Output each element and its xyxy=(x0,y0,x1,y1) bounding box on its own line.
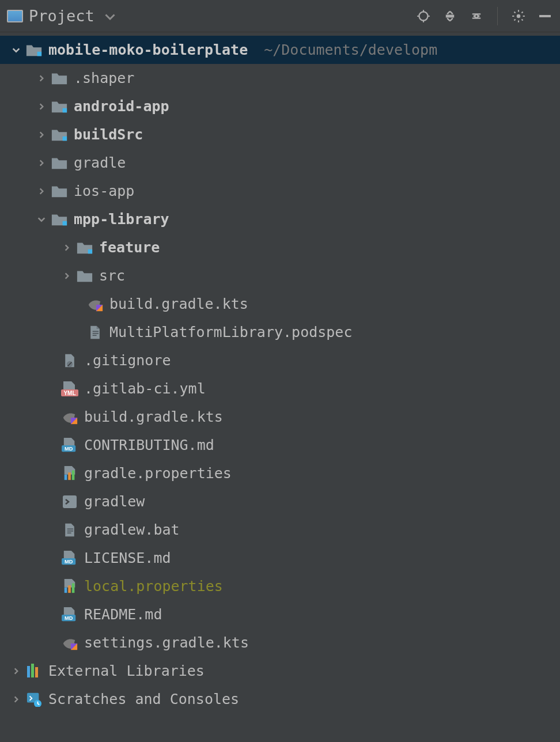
tree-item-build-gradle-kts-inner[interactable]: build.gradle.kts xyxy=(0,290,560,318)
chevron-right-icon[interactable] xyxy=(36,187,47,195)
chevron-right-icon[interactable] xyxy=(10,667,22,675)
svg-rect-38 xyxy=(35,667,38,677)
svg-rect-2 xyxy=(539,15,551,17)
project-view-icon xyxy=(7,10,23,22)
svg-text:MD: MD xyxy=(65,446,73,452)
tree-item-local-properties[interactable]: local.properties xyxy=(0,572,560,600)
tree-item-scratches[interactable]: Scratches and Consoles xyxy=(0,685,560,713)
tree-item-label: mobile-moko-boilerplate xyxy=(48,41,248,58)
markdown-icon: MD xyxy=(61,607,78,622)
folder-icon xyxy=(51,184,68,199)
collapse-all-icon[interactable] xyxy=(468,8,485,24)
project-toolbar: Project xyxy=(0,0,560,32)
folder-icon xyxy=(51,156,68,171)
tree-item-label: src xyxy=(99,267,125,284)
scratches-icon xyxy=(25,692,43,707)
gradle-kotlin-icon xyxy=(61,635,78,650)
tree-item-external-libraries[interactable]: External Libraries xyxy=(0,657,560,685)
svg-rect-24 xyxy=(67,528,73,529)
text-file-icon xyxy=(61,523,78,537)
svg-rect-25 xyxy=(67,530,73,531)
tree-item-contributing[interactable]: MD CONTRIBUTING.md xyxy=(0,431,560,459)
tree-item-android-app[interactable]: android-app xyxy=(0,92,560,120)
svg-text:MD: MD xyxy=(65,559,73,565)
toolbar-divider xyxy=(497,7,498,25)
chevron-right-icon[interactable] xyxy=(61,244,73,252)
view-label: Project xyxy=(29,7,94,25)
tree-item-ios-app[interactable]: ios-app xyxy=(0,177,560,205)
tree-item-label: local.properties xyxy=(84,578,223,595)
chevron-right-icon[interactable] xyxy=(36,103,47,111)
tree-item-label: External Libraries xyxy=(48,662,205,679)
tree-item-label: CONTRIBUTING.md xyxy=(84,437,214,453)
view-switcher[interactable]: Project xyxy=(7,7,415,25)
tree-item-gradlew[interactable]: gradlew xyxy=(0,487,560,516)
hide-icon[interactable] xyxy=(537,8,553,24)
tree-item-podspec[interactable]: MultiPlatformLibrary.podspec xyxy=(0,318,560,346)
markdown-icon: MD xyxy=(61,438,78,453)
module-folder-icon xyxy=(51,212,68,227)
chevron-down-icon[interactable] xyxy=(10,46,22,55)
tree-item-label: ios-app xyxy=(74,183,134,199)
tree-item-label: .gitignore xyxy=(84,352,171,369)
tree-item-label: build.gradle.kts xyxy=(109,296,248,312)
svg-rect-31 xyxy=(72,583,75,593)
tree-item-shaper[interactable]: .shaper xyxy=(0,64,560,92)
svg-rect-12 xyxy=(93,335,97,336)
chevron-right-icon[interactable] xyxy=(36,159,47,167)
locate-icon[interactable] xyxy=(415,8,432,24)
tree-item-gitignore[interactable]: .gitignore xyxy=(0,346,560,374)
tree-item-label: .shaper xyxy=(74,70,134,86)
tree-item-readme[interactable]: MD README.md xyxy=(0,600,560,629)
tree-item-buildsrc[interactable]: buildSrc xyxy=(0,120,560,149)
tree-item-label: gradlew.bat xyxy=(84,521,180,538)
tree-root[interactable]: mobile-moko-boilerplate ~/Documents/deve… xyxy=(0,36,560,64)
tree-item-settings-gradle[interactable]: settings.gradle.kts xyxy=(0,629,560,657)
tree-item-label: gradle xyxy=(74,154,126,171)
gradle-kotlin-icon xyxy=(61,410,78,425)
expand-all-icon[interactable] xyxy=(442,8,458,24)
tree-item-license[interactable]: MD LICENSE.md xyxy=(0,544,560,572)
chevron-down-icon[interactable] xyxy=(36,215,47,224)
tree-item-label: LICENSE.md xyxy=(84,550,171,566)
svg-rect-26 xyxy=(67,532,71,533)
tree-item-label: build.gradle.kts xyxy=(84,408,223,425)
svg-rect-10 xyxy=(93,331,99,332)
libraries-icon xyxy=(25,664,43,679)
svg-rect-3 xyxy=(37,51,42,56)
tree-item-label: Scratches and Consoles xyxy=(48,691,239,707)
gitignore-icon xyxy=(61,353,78,368)
tree-item-label: android-app xyxy=(74,98,169,115)
chevron-right-icon[interactable] xyxy=(61,272,73,280)
project-tree: mobile-moko-boilerplate ~/Documents/deve… xyxy=(0,32,560,713)
module-folder-icon xyxy=(51,99,68,114)
tree-item-feature[interactable]: feature xyxy=(0,233,560,262)
properties-icon xyxy=(61,466,78,481)
svg-rect-36 xyxy=(27,666,30,677)
shell-script-icon xyxy=(61,494,78,509)
tree-item-label: feature xyxy=(99,239,160,256)
tree-item-label: README.md xyxy=(84,606,162,623)
tree-item-label: buildSrc xyxy=(74,126,143,143)
tree-item-path: ~/Documents/developm xyxy=(264,41,437,58)
svg-text:MD: MD xyxy=(65,615,73,621)
tree-item-gradle[interactable]: gradle xyxy=(0,149,560,177)
gear-icon[interactable] xyxy=(510,8,527,24)
tree-item-label: .gitlab-ci.yml xyxy=(84,380,206,397)
folder-icon xyxy=(51,71,68,86)
chevron-down-icon xyxy=(105,7,115,24)
tree-item-label: settings.gradle.kts xyxy=(84,634,249,651)
chevron-right-icon[interactable] xyxy=(10,695,22,703)
tree-item-gradlew-bat[interactable]: gradlew.bat xyxy=(0,516,560,544)
tree-item-gitlab-ci[interactable]: YML .gitlab-ci.yml xyxy=(0,374,560,403)
svg-rect-21 xyxy=(68,472,71,480)
tree-item-src[interactable]: src xyxy=(0,262,560,290)
svg-rect-20 xyxy=(65,474,67,479)
tree-item-gradle-properties[interactable]: gradle.properties xyxy=(0,459,560,487)
chevron-right-icon[interactable] xyxy=(36,74,47,82)
chevron-right-icon[interactable] xyxy=(36,131,47,139)
tree-item-mpp-library[interactable]: mpp-library xyxy=(0,205,560,233)
tree-item-build-gradle-kts[interactable]: build.gradle.kts xyxy=(0,403,560,431)
properties-icon xyxy=(61,579,78,594)
text-file-icon xyxy=(86,325,104,340)
